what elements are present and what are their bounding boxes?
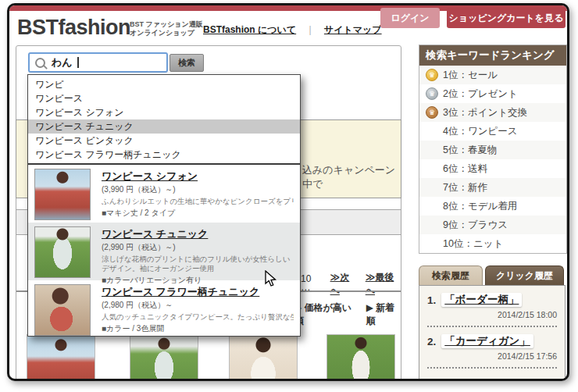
result-thumbnail-red-dress[interactable] xyxy=(27,334,95,381)
site-tagline: BST ファッション通販 オンラインショップ xyxy=(130,20,203,37)
ranking-list: 1位：セール 2位：プレゼント 3位：ポイント交換 4位：ワンピース 5位：春夏… xyxy=(419,66,566,253)
ranking-item[interactable]: 6位：送料 xyxy=(419,159,566,178)
suggestion-item-selected[interactable]: ワンピース チュニック xyxy=(28,119,300,134)
tab-click-history[interactable]: クリック履歴 xyxy=(485,265,564,285)
search-input[interactable]: わん xyxy=(28,52,168,73)
product-description: 人気のッチュニックタイプワンピース。たっぷり贅沢な生地使い。 xyxy=(102,312,294,322)
history-index: 1. xyxy=(427,294,436,306)
campaign-text-fragment: 込みのキャンペーン中で xyxy=(302,163,401,191)
ranking-label: 9位：ブラウス xyxy=(443,219,508,232)
product-photo-red-dress xyxy=(34,169,91,220)
ranking-label: 4位：ワンピース xyxy=(443,125,518,138)
view-cart-button[interactable]: ショッピングカートを見る xyxy=(447,8,566,28)
product-attribute: ■カラー / 3色展開 xyxy=(102,323,294,334)
keyword-ranking-panel: 検索キーワードランキング 1位：セール 2位：プレゼント 3位：ポイント交換 4… xyxy=(419,45,567,254)
product-price: (3,990 円（税込）～) xyxy=(102,184,294,195)
sort-newest-link[interactable]: ▶ 新着順 xyxy=(366,301,401,328)
ranking-item[interactable]: 1位：セール xyxy=(419,66,566,84)
suggested-product-highlighted[interactable]: ワンピース チュニック (2,990 円（税込）～) 涼しげな花柄のプリントに袖… xyxy=(28,223,300,280)
dotted-divider xyxy=(427,367,557,369)
product-description: ふんわりシルエットの生地に華やかなピンクローズをプリント xyxy=(102,197,294,206)
ranking-label: 10位：ニット xyxy=(443,237,503,251)
search-button[interactable]: 検索 xyxy=(169,54,204,72)
history-keyword-link[interactable]: 「カーディガン」 xyxy=(441,334,533,348)
suggestion-item[interactable]: ワンピース ピンタック xyxy=(28,134,300,148)
ranking-item[interactable]: 10位：ニット xyxy=(419,234,566,253)
ranking-label: 2位：プレゼント xyxy=(443,87,518,101)
history-timestamp: 2014/2/15 17:56 xyxy=(427,351,557,361)
ranking-item[interactable]: 4位：ワンピース xyxy=(419,122,566,141)
product-photo-tunic xyxy=(34,226,91,278)
ranking-label: 3位：ポイント交換 xyxy=(443,106,527,119)
suggested-product[interactable]: ワンピース フラワー柄チュニック (2,980 円（税込）～ 人気のッチュニック… xyxy=(28,280,300,337)
history-panel: 検索履歴 クリック履歴 1. 「ボーダー柄」 2014/2/15 18:00 2… xyxy=(419,265,566,381)
tagline-line1: BST ファッション通販 xyxy=(130,20,203,29)
ranking-label: 8位：モデル着用 xyxy=(443,200,517,213)
site-logo[interactable]: BSTfashion xyxy=(17,16,130,40)
ranking-item[interactable]: 7位：新作 xyxy=(419,178,566,197)
result-thumbnail-tunic[interactable] xyxy=(130,334,198,381)
product-title-link[interactable]: ワンピース フラワー柄チュニック xyxy=(102,285,259,299)
ranking-item[interactable]: 9位：ブラウス xyxy=(419,216,566,234)
pagination: 10 ⋯ ≫次へ ≫最後へ xyxy=(301,271,401,298)
last-page-link[interactable]: ≫最後へ xyxy=(366,271,401,298)
tagline-line2: オンラインショップ xyxy=(130,29,203,37)
product-photo-flower-tunic xyxy=(34,284,91,336)
gold-medal-icon xyxy=(426,69,438,81)
tab-search-history[interactable]: 検索履歴 xyxy=(419,265,483,285)
dotted-divider xyxy=(427,326,557,327)
history-keyword-link[interactable]: 「ボーダー柄」 xyxy=(441,293,522,307)
text-caret xyxy=(77,57,79,68)
result-thumbnail-cardigan[interactable] xyxy=(326,334,395,381)
suggestion-item[interactable]: ワンピ xyxy=(28,77,300,91)
login-button[interactable]: ログイン xyxy=(380,8,440,28)
nav-separator: ｜ xyxy=(305,23,315,37)
ranking-item[interactable]: 5位：春夏物 xyxy=(419,141,566,159)
ranking-item[interactable]: 3位：ポイント交換 xyxy=(419,103,566,122)
bronze-medal-icon xyxy=(426,106,438,119)
sort-options: ▶ 価格が高い順 ▶ 新着順 xyxy=(294,301,401,328)
sitemap-link[interactable]: サイトマップ xyxy=(324,23,382,37)
history-list: 1. 「ボーダー柄」 2014/2/15 18:00 2. 「カーディガン」 2… xyxy=(419,285,566,381)
ranking-title: 検索キーワードランキング xyxy=(419,45,566,66)
suggestion-item[interactable]: ワンピース シフォン xyxy=(28,105,300,119)
mouse-cursor xyxy=(264,270,280,287)
ranking-item[interactable]: 2位：プレゼント xyxy=(419,84,566,103)
suggestion-item[interactable]: ワンピース フラワー柄チュニック xyxy=(28,148,300,162)
history-entry: 1. 「ボーダー柄」 2014/2/15 18:00 xyxy=(427,293,557,319)
suggestion-list: ワンピ ワンピース ワンピース シフォン ワンピース チュニック ワンピース ピ… xyxy=(28,75,300,165)
header-nav: BSTfashion について ｜ サイトマップ xyxy=(203,23,382,37)
product-title-link[interactable]: ワンピース チュニック xyxy=(102,227,208,241)
suggestion-item[interactable]: ワンピース xyxy=(28,91,300,105)
silver-medal-icon xyxy=(426,87,438,100)
ranking-label: 1位：セール xyxy=(443,69,498,82)
product-price: (2,990 円（税込）～) xyxy=(102,242,294,253)
history-entry: 2. 「カーディガン」 2014/2/15 17:56 xyxy=(427,334,557,361)
product-price: (2,980 円（税込）～ xyxy=(102,300,294,311)
history-timestamp: 2014/2/15 18:00 xyxy=(427,310,557,319)
ranking-item[interactable]: 8位：モデル着用 xyxy=(419,197,566,216)
product-title-link[interactable]: ワンピース シフォン xyxy=(102,169,198,184)
suggested-product[interactable]: ワンピース シフォン (3,990 円（税込）～) ふんわりシルエットの生地に華… xyxy=(28,165,300,223)
ranking-label: 7位：新作 xyxy=(443,181,487,194)
ranking-label: 5位：春夏物 xyxy=(443,144,497,157)
product-attribute: ■マキシ丈 / 2 タイプ xyxy=(102,208,294,219)
history-index: 2. xyxy=(427,336,436,347)
autocomplete-dropdown: ワンピ ワンピース ワンピース シフォン ワンピース チュニック ワンピース ピ… xyxy=(27,74,301,337)
about-link[interactable]: BSTfashion について xyxy=(203,23,296,37)
result-thumbnail-white-top[interactable] xyxy=(229,334,298,381)
screenshot-canvas: BSTfashion BST ファッション通販 オンラインショップ BSTfas… xyxy=(0,0,578,392)
search-query-text: わん xyxy=(52,55,73,69)
next-page-link[interactable]: ≫次へ xyxy=(330,271,357,298)
ranking-label: 6位：送料 xyxy=(443,162,487,176)
history-tabs: 検索履歴 クリック履歴 xyxy=(419,265,566,285)
magnifier-icon xyxy=(35,58,45,68)
sort-price-high-link[interactable]: ▶ 価格が高い順 xyxy=(294,301,355,328)
browser-frame: BSTfashion BST ファッション通販 オンラインショップ BSTfas… xyxy=(7,3,569,381)
